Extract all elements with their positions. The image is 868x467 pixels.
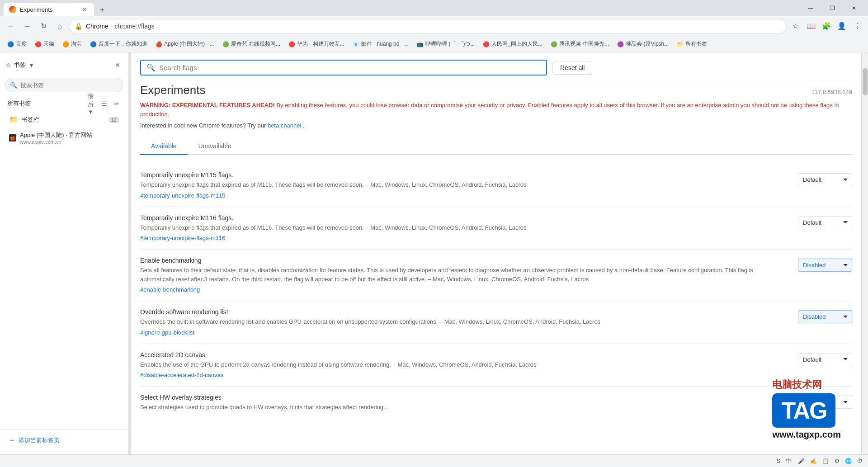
sort-button[interactable]: 最后 ▼ [88,99,98,108]
add-label: 添加当前标签页 [19,436,60,444]
flags-header: Experiments 117.0.5938.149 [140,83,852,97]
flag-control: Disabled Default Enabled [798,310,852,323]
flag-entry-override-rendering: Override software rendering list Overrid… [140,301,852,344]
reading-list-button[interactable]: 📖 [804,19,818,33]
flags-search-wrap: 🔍 [140,60,547,75]
scrollbar-track[interactable] [861,52,868,454]
bookmark-star-button[interactable]: ☆ [788,19,803,33]
bookmark-all[interactable]: 📁 所有书签 [673,38,711,50]
bookmark-huawei[interactable]: 🔴 华为 - 构建万物互... [285,38,348,50]
flag-desc: Sets all features to their default state… [140,266,789,283]
flag-link[interactable]: #temporary-unexpire-flags-m116 [140,235,226,241]
bookmark-mail[interactable]: 📧 邮件 - huang bo - ... [349,38,412,50]
reset-all-button[interactable]: Reset all [552,61,592,75]
tab-unavailable[interactable]: Unavailable [188,138,242,155]
bookmark-icon: 🔵 [7,41,14,47]
bookmark-tianmao[interactable]: 🔴 天猫 [31,38,58,50]
bookmark-icon: 📺 [417,41,424,47]
reload-button[interactable]: ↻ [36,19,51,33]
restore-button[interactable]: ❐ [822,1,843,15]
bookmark-taobao[interactable]: 🟠 淘宝 [59,38,85,50]
bookmark-vipshop[interactable]: 🟣 唯品会·(原Vipsh... [613,38,672,50]
flags-search-input[interactable] [159,64,541,71]
title-bar: Experiments ✕ + — ❐ ✕ [0,0,868,16]
flag-link[interactable]: #temporary-unexpire-flags-m115 [140,192,226,199]
edit-button[interactable]: ✏ [111,99,121,108]
apple-bookmark-entry[interactable]: 🍎 Apple (中国大陆) · 官方网站 www.apple.com.cn [2,128,127,147]
bookmarks-bar: 🔵 百度 🔴 天猫 🟠 淘宝 🔵 百度一下，你就知道 🍎 Apple (中国大陆… [0,36,868,52]
flag-control: Default Enabled Disabled [798,216,852,229]
bookmark-icon: 🍎 [156,41,162,47]
sidebar-search-input[interactable] [5,78,123,92]
extensions-button[interactable]: 🧩 [819,19,834,33]
flag-select-m115[interactable]: Default Enabled Disabled [798,173,852,186]
bookmark-bilibili[interactable]: 📺 哔哩哔哩 (゜-゜)つ... [413,38,478,50]
tab-available[interactable]: Available [140,138,188,155]
status-mic: 🎤 [796,457,807,465]
profile-button[interactable]: 👤 [835,19,849,33]
back-button[interactable]: ← [4,19,18,33]
flag-desc: Temporarily unexpire flags that expired … [140,180,789,189]
address-bar[interactable]: 🔒 Chrome chrome://flags [69,19,787,33]
sidebar-dropdown-icon[interactable]: ▼ [28,62,34,69]
new-tab-button[interactable]: + [96,4,108,16]
bookmark-renmin[interactable]: 🔴 人民网_网上的人民... [479,38,546,50]
flag-name: Override software rendering list [140,308,789,316]
bookmarks-sidebar: ☆ 书签 ▼ ✕ 🔍 所有书签 最后 ▼ ☰ ✏ [0,52,129,454]
sidebar-close-button[interactable]: ✕ [112,60,123,71]
flag-select-override-rendering[interactable]: Disabled Default Enabled [798,310,852,323]
flag-name: Select HW overlay strategies [140,394,789,401]
bookmark-url: www.apple.com.cn [20,139,119,145]
flag-link[interactable]: #ignore-gpu-blocklist [140,329,194,336]
scrollbar-thumb[interactable] [863,68,868,95]
page-title: Experiments [140,83,206,97]
apple-favicon: 🍎 [9,134,16,142]
bookmarks-bar-folder[interactable]: 📁 书签栏 12 [2,112,127,127]
address-url: chrome://flags [111,23,155,30]
beta-channel-link[interactable]: beta channel [268,122,301,129]
tab-close-button[interactable]: ✕ [80,5,89,14]
sidebar-title-wrap: ☆ 书签 ▼ [5,61,34,69]
bookmark-icon: 🟠 [62,41,69,47]
active-tab[interactable]: Experiments ✕ [4,3,94,16]
bookmark-apple[interactable]: 🍎 Apple (中国大陆) - ... [152,38,218,50]
toolbar-right: ☆ 📖 🧩 👤 ⋮ [788,19,864,33]
window-controls: — ❐ ✕ [800,1,864,15]
tab-bar: Experiments ✕ + [4,0,800,16]
flag-info: Override software rendering list Overrid… [140,308,789,336]
status-timer: ⏱ [855,457,864,465]
flag-name: Enable benchmarking [140,257,789,264]
bookmark-iqiyi[interactable]: 🟢 爱奇艺·在线视频网... [219,38,284,50]
flags-list: Temporarily unexpire M115 flags. Tempora… [140,164,852,421]
flag-link[interactable]: #enable-benchmarking [140,286,200,293]
flag-name: Temporarily unexpire M115 flags. [140,171,789,179]
info-text: Interested in cool new Chrome features? … [140,122,852,129]
sidebar-search-wrap: 🔍 [5,78,123,92]
flag-select-hw-overlay[interactable]: Default Enabled Disabled [798,396,852,409]
forward-button[interactable]: → [20,19,34,33]
flag-link[interactable]: #disable-accelerated-2d-canvas [140,372,223,378]
main-area: ☆ 书签 ▼ ✕ 🔍 所有书签 最后 ▼ ☰ ✏ [0,52,868,454]
add-icon: ＋ [9,436,15,444]
flag-info: Temporarily unexpire M116 flags. Tempora… [140,214,789,242]
sidebar-section-header: 所有书签 最后 ▼ ☰ ✏ [0,96,128,111]
status-s: S [775,457,782,465]
sidebar-header: ☆ 书签 ▼ ✕ [0,56,128,74]
tab-favicon [9,6,16,13]
flag-select-2d-canvas[interactable]: Default Enabled Disabled [798,353,852,366]
bookmark-icon: 🟢 [222,41,229,47]
minimize-button[interactable]: — [800,1,821,15]
close-button[interactable]: ✕ [844,1,864,15]
flag-select-m116[interactable]: Default Enabled Disabled [798,216,852,229]
bookmark-label: 天猫 [43,40,54,48]
flag-info: Accelerated 2D canvas Enables the use of… [140,351,789,379]
bookmark-百度[interactable]: 🔵 百度 [4,38,30,50]
bookmark-baidu-search[interactable]: 🔵 百度一下，你就知道 [86,38,151,50]
list-view-button[interactable]: ☰ [99,99,109,108]
home-button[interactable]: ⌂ [52,19,67,33]
flag-select-benchmarking[interactable]: Disabled Default Enabled [798,259,852,272]
menu-button[interactable]: ⋮ [850,19,864,33]
warning-strong: WARNING: EXPERIMENTAL FEATURES AHEAD! [140,102,275,108]
add-bookmark-button[interactable]: ＋ 添加当前标签页 [5,434,123,447]
bookmark-tencent-video[interactable]: 🟢 腾讯视频-中国领先... [547,38,613,50]
